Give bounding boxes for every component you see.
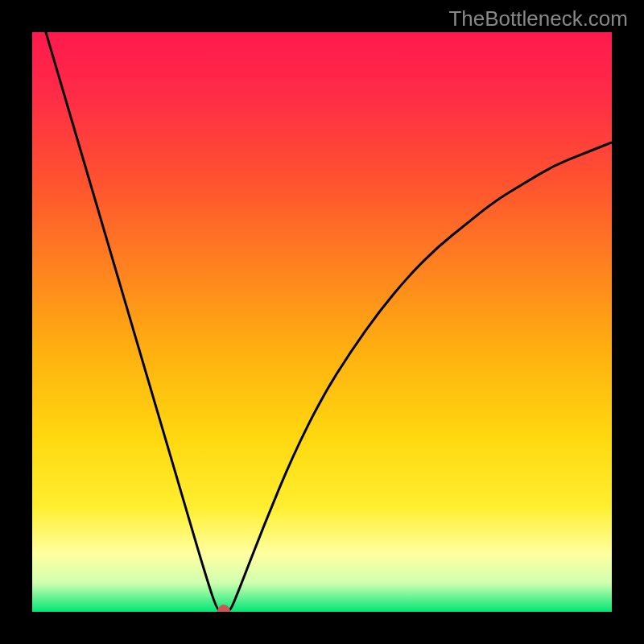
bottleneck-curve	[32, 32, 612, 612]
chart-container	[32, 32, 612, 612]
watermark-text: TheBottleneck.com	[448, 6, 628, 31]
